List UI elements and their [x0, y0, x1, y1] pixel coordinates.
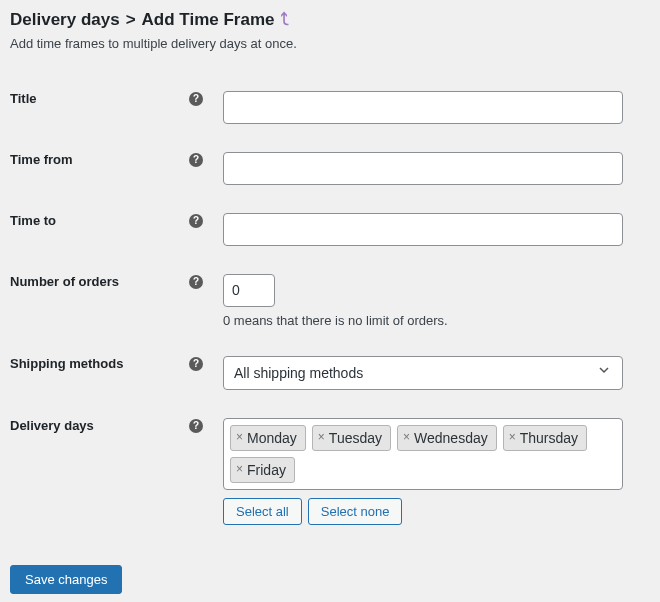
breadcrumb-parent[interactable]: Delivery days [10, 10, 120, 30]
select-all-button[interactable]: Select all [223, 498, 302, 525]
help-icon[interactable]: ? [189, 92, 203, 106]
time-from-label: Time from [10, 152, 73, 167]
day-chip-thursday[interactable]: × Thursday [503, 425, 587, 451]
chip-remove-icon[interactable]: × [509, 430, 516, 446]
help-icon[interactable]: ? [189, 153, 203, 167]
settings-form: Title ? Time from ? Time to ? [10, 77, 650, 539]
day-chip-tuesday[interactable]: × Tuesday [312, 425, 391, 451]
page-title: Add Time Frame [142, 10, 275, 30]
day-chip-friday[interactable]: × Friday [230, 457, 295, 483]
title-input[interactable] [223, 91, 623, 124]
breadcrumb-separator: > [126, 10, 136, 30]
day-chip-wednesday[interactable]: × Wednesday [397, 425, 497, 451]
chip-label: Monday [247, 429, 297, 447]
delivery-days-label: Delivery days [10, 418, 94, 433]
save-changes-button[interactable]: Save changes [10, 565, 122, 594]
chip-remove-icon[interactable]: × [236, 462, 243, 478]
num-orders-label: Number of orders [10, 274, 119, 289]
time-from-input[interactable] [223, 152, 623, 185]
page-description: Add time frames to multiple delivery day… [10, 36, 650, 51]
chip-remove-icon[interactable]: × [318, 430, 325, 446]
chip-remove-icon[interactable]: × [403, 430, 410, 446]
title-label: Title [10, 91, 37, 106]
num-orders-hint: 0 means that there is no limit of orders… [223, 313, 650, 328]
select-none-button[interactable]: Select none [308, 498, 403, 525]
delivery-days-multiselect[interactable]: × Monday × Tuesday × Wednesday × Thursda… [223, 418, 623, 490]
shipping-methods-label: Shipping methods [10, 356, 123, 371]
chip-label: Wednesday [414, 429, 488, 447]
chip-remove-icon[interactable]: × [236, 430, 243, 446]
help-icon[interactable]: ? [189, 357, 203, 371]
back-arrow-icon[interactable]: ⤴ [280, 10, 289, 30]
help-icon[interactable]: ? [189, 419, 203, 433]
day-chip-monday[interactable]: × Monday [230, 425, 306, 451]
chevron-down-icon [596, 362, 612, 384]
shipping-methods-value: All shipping methods [234, 363, 363, 384]
chip-label: Friday [247, 461, 286, 479]
time-to-label: Time to [10, 213, 56, 228]
help-icon[interactable]: ? [189, 214, 203, 228]
chip-label: Tuesday [329, 429, 382, 447]
num-orders-input[interactable] [223, 274, 275, 307]
time-to-input[interactable] [223, 213, 623, 246]
help-icon[interactable]: ? [189, 275, 203, 289]
shipping-methods-select[interactable]: All shipping methods [223, 356, 623, 390]
chip-label: Thursday [520, 429, 578, 447]
page-heading: Delivery days > Add Time Frame ⤴ [10, 10, 650, 30]
